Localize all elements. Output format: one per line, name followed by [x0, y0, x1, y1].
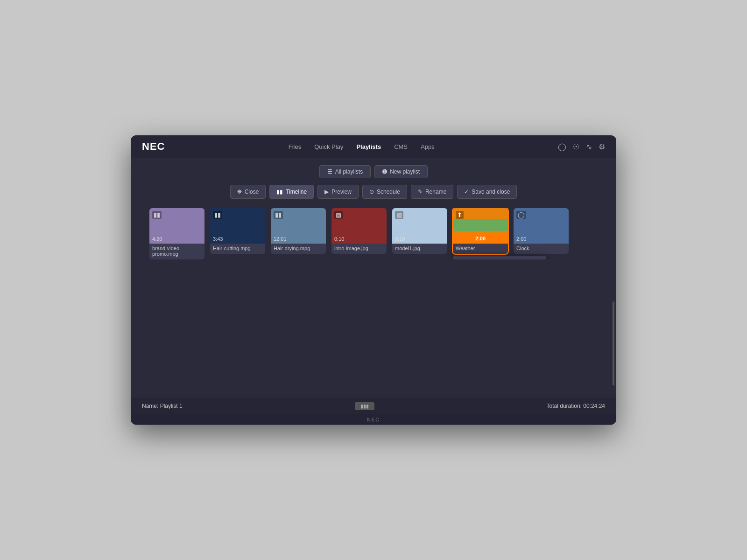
media-card-4[interactable]: ▩ 0:10 model1.jpg — [392, 208, 447, 254]
preview-button[interactable]: ▶ Preview — [317, 185, 359, 199]
check-icon: ✓ — [464, 189, 469, 195]
media-card-5[interactable]: ⬆ 2:00 Weather Switch item + Duration — [453, 208, 508, 254]
media-title-1: Hair-cutting.mpg — [210, 244, 265, 254]
bottom-controls: ▮▮▮ — [355, 402, 374, 410]
media-title-5: Weather — [453, 244, 508, 254]
tv-brand-label: NEC — [367, 417, 380, 422]
plus-circle-icon: ➊ — [382, 168, 387, 175]
media-thumb-2: ▮▮ 12:01 — [271, 208, 326, 244]
clock-icon: ⊙ — [369, 189, 374, 195]
duration-2: 12:01 — [274, 236, 287, 242]
media-thumb-0: ▮▮ 4:20 — [149, 208, 204, 244]
duration-3: 0:10 — [334, 236, 344, 242]
media-card-3[interactable]: ▩ 0:10 intro-image.jpg — [331, 208, 387, 254]
globe-icon[interactable]: ☉ — [573, 142, 579, 151]
toolbar: ❋ Close ▮▮ Timeline ▶ Preview ⊙ Schedule… — [230, 185, 517, 199]
total-duration: Total duration: 00:24:24 — [547, 403, 605, 409]
scrollbar-track[interactable] — [613, 301, 614, 385]
settings-icon[interactable]: ⚙ — [599, 142, 605, 151]
nav-quickplay[interactable]: Quick Play — [314, 143, 343, 150]
image-icon-3: ▩ — [334, 211, 343, 219]
x-icon: ❋ — [237, 189, 242, 195]
media-card-2[interactable]: ▮▮ 12:01 Hair-drying.mpg — [271, 208, 326, 254]
media-thumb-1: ▮▮ 3:43 — [210, 208, 265, 244]
list-icon: ☰ — [327, 168, 332, 175]
schedule-button[interactable]: ⊙ Schedule — [362, 185, 407, 199]
context-menu: Switch item + Duration − Reorder — [453, 256, 546, 259]
close-button[interactable]: ❋ Close — [230, 185, 266, 199]
media-thumb-6: ◯ 2:00 — [514, 208, 569, 244]
nav-right: ◯ ☉ ∿ ⚙ — [558, 142, 605, 151]
media-thumb-3: ▩ 0:10 — [331, 208, 387, 244]
media-card-6[interactable]: ◯ 2:00 Clock — [514, 208, 569, 254]
pencil-icon: ✎ — [418, 189, 423, 195]
widget-icon-5: ⬆ — [456, 211, 464, 219]
content-area: ☰ All playlists ➊ New playlist ❋ Close ▮… — [131, 158, 616, 398]
playlist-name: Name: Playlist 1 — [142, 403, 183, 409]
duration-1: 3:43 — [213, 236, 223, 242]
clock-thumb-icon-6: ◯ — [516, 211, 526, 219]
media-title-4: model1.jpg — [392, 244, 447, 254]
bottom-bar: Name: Playlist 1 ▮▮▮ Total duration: 00:… — [131, 398, 616, 414]
nav-cms[interactable]: CMS — [394, 143, 408, 150]
nav-bar: NEC Files Quick Play Playlists CMS Apps … — [131, 135, 616, 158]
tv-bottom-bar: NEC — [131, 414, 616, 425]
video-icon-1: ▮▮ — [213, 211, 222, 219]
timeline-icon: ▮▮ — [276, 189, 283, 195]
new-playlist-button[interactable]: ➊ New playlist — [374, 165, 428, 178]
top-buttons: ☰ All playlists ➊ New playlist — [319, 165, 428, 178]
nav-playlists[interactable]: Playlists — [356, 143, 381, 150]
wifi-icon[interactable]: ∿ — [586, 142, 592, 151]
media-card-0[interactable]: ▮▮ 4:20 brand-video-promo.mpg — [149, 208, 204, 259]
image-icon-4: ▩ — [395, 211, 403, 219]
bottom-ctrl-btn[interactable]: ▮▮▮ — [355, 402, 374, 410]
nav-apps[interactable]: Apps — [421, 143, 435, 150]
nav-center: Files Quick Play Playlists CMS Apps — [289, 143, 435, 150]
person-icon[interactable]: ◯ — [558, 142, 566, 151]
duration-bar-5: 2:00 — [453, 233, 508, 244]
save-and-close-button[interactable]: ✓ Save and close — [457, 185, 517, 199]
tv-display: NEC Files Quick Play Playlists CMS Apps … — [131, 135, 616, 425]
timeline-button[interactable]: ▮▮ Timeline — [269, 185, 314, 199]
media-thumb-4: ▩ 0:10 — [392, 208, 447, 244]
media-row: ▮▮ 4:20 brand-video-promo.mpg ▮▮ 3:43 Ha… — [131, 208, 616, 259]
media-title-0: brand-video-promo.mpg — [149, 244, 204, 259]
video-icon-0: ▮▮ — [152, 211, 162, 219]
rename-button[interactable]: ✎ Rename — [411, 185, 453, 199]
media-card-1[interactable]: ▮▮ 3:43 Hair-cutting.mpg — [210, 208, 265, 254]
nav-files[interactable]: Files — [289, 143, 301, 150]
media-thumb-5: ⬆ 2:00 — [453, 208, 508, 244]
media-title-2: Hair-drying.mpg — [271, 244, 326, 254]
duration-0: 4:20 — [152, 236, 162, 242]
media-title-3: intro-image.jpg — [331, 244, 387, 254]
video-icon-2: ▮▮ — [274, 211, 283, 219]
media-title-6: Clock — [514, 244, 569, 254]
duration-4: 0:10 — [395, 236, 405, 242]
context-switch-item[interactable]: Switch item + — [453, 256, 546, 259]
play-icon: ▶ — [324, 189, 329, 195]
brand-logo: NEC — [142, 140, 165, 153]
duration-6: 2:00 — [516, 236, 526, 242]
all-playlists-button[interactable]: ☰ All playlists — [319, 165, 371, 178]
